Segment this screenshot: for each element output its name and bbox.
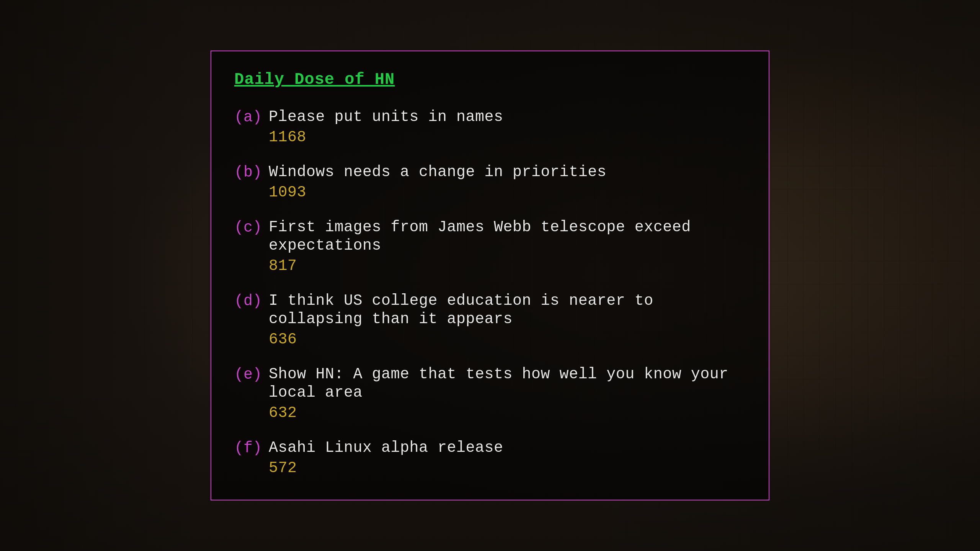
item-content: Windows needs a change in priorities1093 — [269, 163, 606, 201]
item-title: I think US college education is nearer t… — [269, 292, 746, 329]
item-title: Show HN: A game that tests how well you … — [269, 365, 746, 402]
item-key: (d) — [234, 292, 269, 310]
item-key: (f) — [234, 439, 269, 457]
item-key: (b) — [234, 163, 269, 181]
item-score: 632 — [269, 404, 746, 422]
item-key: (a) — [234, 108, 269, 126]
item-key: (e) — [234, 365, 269, 383]
item-title: First images from James Webb telescope e… — [269, 218, 746, 255]
item-title: Asahi Linux alpha release — [269, 439, 503, 457]
item-score: 572 — [269, 459, 503, 477]
news-list: (a)Please put units in names1168(b)Windo… — [234, 108, 746, 477]
list-item[interactable]: (f)Asahi Linux alpha release572 — [234, 439, 746, 477]
item-content: Asahi Linux alpha release572 — [269, 439, 503, 477]
item-content: First images from James Webb telescope e… — [269, 218, 746, 275]
list-item[interactable]: (d)I think US college education is neare… — [234, 292, 746, 348]
item-content: Show HN: A game that tests how well you … — [269, 365, 746, 422]
item-score: 636 — [269, 331, 746, 348]
item-key: (c) — [234, 218, 269, 236]
item-title: Please put units in names — [269, 108, 503, 126]
item-content: I think US college education is nearer t… — [269, 292, 746, 348]
list-item[interactable]: (c)First images from James Webb telescop… — [234, 218, 746, 275]
list-item[interactable]: (e)Show HN: A game that tests how well y… — [234, 365, 746, 422]
item-score: 817 — [269, 257, 746, 275]
list-item[interactable]: (a)Please put units in names1168 — [234, 108, 746, 146]
main-card: Daily Dose of HN (a)Please put units in … — [211, 51, 769, 500]
page-title[interactable]: Daily Dose of HN — [234, 70, 746, 89]
item-score: 1168 — [269, 129, 503, 146]
item-score: 1093 — [269, 184, 606, 201]
list-item[interactable]: (b)Windows needs a change in priorities1… — [234, 163, 746, 201]
item-title: Windows needs a change in priorities — [269, 163, 606, 181]
item-content: Please put units in names1168 — [269, 108, 503, 146]
